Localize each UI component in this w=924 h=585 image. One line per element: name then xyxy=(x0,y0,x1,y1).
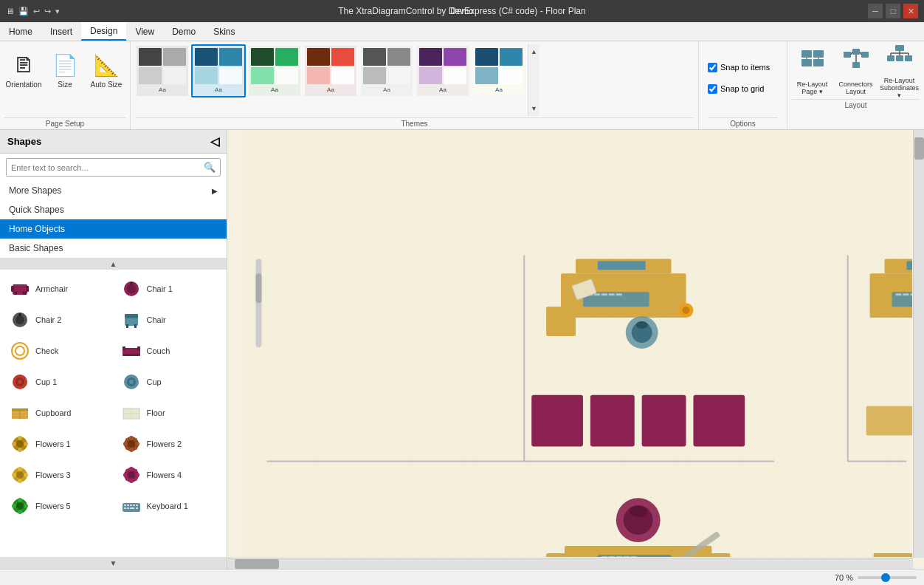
shape-cup1[interactable]: Cup 1 xyxy=(3,367,113,397)
themes-scroll-up[interactable]: ▲ xyxy=(528,46,539,58)
snap-to-items-checkbox[interactable] xyxy=(708,63,717,72)
shape-flowers4[interactable]: Flowers 4 xyxy=(114,460,224,490)
svg-point-58 xyxy=(18,448,22,452)
svg-rect-100 xyxy=(127,507,129,509)
menu-home[interactable]: Home xyxy=(0,22,41,41)
menu-skins[interactable]: Skins xyxy=(204,22,244,41)
page-setup-group-label: Page Setup xyxy=(4,117,125,128)
menu-view[interactable]: View xyxy=(126,22,163,41)
svg-point-78 xyxy=(128,471,135,479)
shape-floor[interactable]: Floor xyxy=(114,398,224,428)
flowers3-label: Flowers 3 xyxy=(35,471,71,479)
svg-point-63 xyxy=(129,436,134,440)
connectors-layout-button[interactable]: ConnectorsLayout xyxy=(835,44,876,98)
menu-design[interactable]: Design xyxy=(81,22,126,41)
svg-rect-129 xyxy=(892,292,912,307)
theme-6[interactable]: Aa xyxy=(416,44,470,98)
undo-btn[interactable]: ↩ xyxy=(33,7,40,16)
customize-btn[interactable]: ▾ xyxy=(55,7,60,16)
svg-rect-187 xyxy=(256,273,262,303)
svg-point-72 xyxy=(16,471,24,479)
auto-size-label: Auto Size xyxy=(91,81,123,89)
shape-flowers5[interactable]: Flowers 5 xyxy=(3,491,113,521)
snap-to-grid-checkbox[interactable] xyxy=(708,84,717,94)
category-quick-shapes[interactable]: Quick Shapes xyxy=(0,200,227,219)
relayout-page-button[interactable]: Re-LayoutPage ▾ xyxy=(792,44,832,98)
themes-scroll-down[interactable]: ▼ xyxy=(528,103,539,114)
cupboard-label: Cupboard xyxy=(35,408,71,417)
svg-point-88 xyxy=(16,502,24,510)
minimize-button[interactable]: ─ xyxy=(868,4,883,18)
shape-chair2[interactable]: Chair 2 xyxy=(3,305,113,335)
auto-size-button[interactable]: 📐 Auto Size xyxy=(87,44,125,98)
zoom-label: 70 % xyxy=(835,573,853,582)
close-button[interactable]: ✕ xyxy=(903,4,918,18)
zoom-slider[interactable] xyxy=(858,576,917,579)
category-basic-shapes[interactable]: Basic Shapes xyxy=(0,239,227,258)
maximize-button[interactable]: □ xyxy=(886,4,900,18)
shape-flowers3[interactable]: Flowers 3 xyxy=(3,460,113,490)
svg-rect-128 xyxy=(906,261,912,270)
size-button[interactable]: 📄 Size xyxy=(46,44,84,98)
flowers2-label: Flowers 2 xyxy=(147,439,182,448)
redo-btn[interactable]: ↪ xyxy=(44,7,51,16)
svg-point-67 xyxy=(125,438,128,441)
svg-point-121 xyxy=(636,321,648,329)
menu-demo[interactable]: Demo xyxy=(163,22,204,41)
search-input[interactable] xyxy=(7,159,199,176)
category-home-objects[interactable]: Home Objects xyxy=(0,219,227,239)
svg-point-62 xyxy=(128,440,135,448)
svg-rect-112 xyxy=(598,261,646,270)
svg-point-79 xyxy=(129,467,134,471)
keyboard1-label: Keyboard 1 xyxy=(147,502,188,510)
menu-insert[interactable]: Insert xyxy=(41,22,81,41)
shape-check[interactable]: Check xyxy=(3,336,113,366)
shapes-collapse-btn[interactable]: ◁ xyxy=(210,134,219,148)
themes-scroll: ▲ ▼ xyxy=(528,44,539,116)
theme-2[interactable]: Aa xyxy=(191,44,246,98)
theme-3[interactable]: Aa xyxy=(247,44,302,98)
canvas-horizontal-scrollbar[interactable] xyxy=(227,558,913,569)
shape-flowers1[interactable]: Flowers 1 xyxy=(3,429,113,459)
svg-point-80 xyxy=(129,479,134,483)
theme-5[interactable]: Aa xyxy=(359,44,414,98)
canvas-vertical-scrollbar[interactable] xyxy=(913,130,924,558)
more-shapes-chevron: ▶ xyxy=(212,187,218,195)
theme-4[interactable]: Aa xyxy=(303,44,358,98)
flowers1-label: Flowers 1 xyxy=(35,439,71,448)
canvas-area[interactable] xyxy=(227,130,924,569)
svg-rect-157 xyxy=(616,556,622,557)
shape-cupboard[interactable]: Cupboard xyxy=(3,398,113,428)
orientation-button[interactable]: 🖹 Orientation xyxy=(4,44,43,98)
svg-rect-23 xyxy=(11,286,14,292)
cup-icon xyxy=(120,371,142,393)
shapes-scroll-down[interactable]: ▼ xyxy=(0,557,227,569)
svg-point-28 xyxy=(127,284,136,293)
chair-icon xyxy=(120,309,142,331)
svg-point-69 xyxy=(134,438,137,441)
snap-to-grid-row: Snap to grid xyxy=(708,84,778,94)
theme-1[interactable]: Aa xyxy=(135,44,190,98)
svg-rect-26 xyxy=(23,292,26,295)
shape-flowers2[interactable]: Flowers 2 xyxy=(114,429,224,459)
chair-label: Chair xyxy=(147,315,166,324)
connectors-layout-icon xyxy=(842,47,870,81)
svg-rect-34 xyxy=(125,314,138,318)
relayout-subordinates-label: Re-LayoutSubordinates ▾ xyxy=(880,77,919,99)
svg-rect-142 xyxy=(866,406,912,436)
shape-chair[interactable]: Chair xyxy=(114,305,224,335)
size-icon: 📄 xyxy=(52,53,78,78)
shape-armchair[interactable]: Armchair xyxy=(3,274,113,304)
shape-chair1[interactable]: Chair 1 xyxy=(114,274,224,304)
shape-keyboard1[interactable]: Keyboard 1 xyxy=(114,491,224,521)
relayout-subordinates-button[interactable]: Re-LayoutSubordinates ▾ xyxy=(879,44,920,98)
shape-couch[interactable]: Couch xyxy=(114,336,224,366)
quick-save[interactable]: 💾 xyxy=(18,7,29,16)
category-more-shapes[interactable]: More Shapes ▶ xyxy=(0,181,227,200)
zoom-thumb[interactable] xyxy=(881,573,890,582)
svg-rect-99 xyxy=(124,507,126,509)
shapes-scroll-up[interactable]: ▲ xyxy=(0,258,227,270)
theme-7[interactable]: Aa xyxy=(472,44,526,98)
shape-cup[interactable]: Cup xyxy=(114,367,224,397)
relayout-page-icon xyxy=(799,47,827,81)
